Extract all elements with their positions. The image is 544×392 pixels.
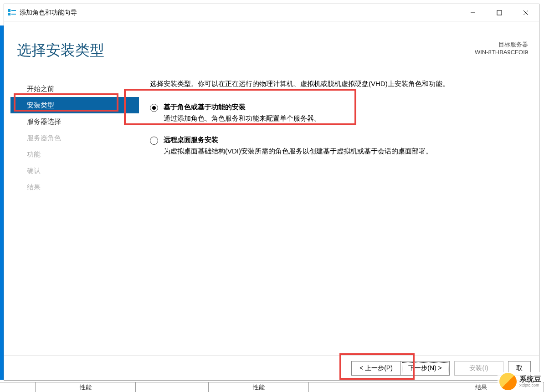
sidebar-item-features: 功能 <box>10 146 139 163</box>
watermark: 系统豆 xtdptc.com <box>498 372 543 391</box>
background-grid-peek: 性能 性能 结果 <box>0 382 544 392</box>
svg-rect-2 <box>11 10 16 11</box>
option-title: 基于角色或基于功能的安装 <box>164 103 321 112</box>
radio-button-icon <box>150 104 158 112</box>
sidebar-item-installation-type[interactable]: 安装类型 <box>10 97 139 113</box>
target-server-info: 目标服务器 WIN-8THBA9CFOI9 <box>475 41 528 56</box>
titlebar: 添加角色和功能向导 <box>4 4 539 21</box>
close-button[interactable] <box>513 4 539 21</box>
wizard-steps-sidebar: 开始之前 安装类型 服务器选择 服务器角色 功能 确认 结果 <box>10 81 139 195</box>
target-value: WIN-8THBA9CFOI9 <box>475 49 528 56</box>
sidebar-item-server-selection[interactable]: 服务器选择 <box>10 113 139 130</box>
sidebar-item-confirmation: 确认 <box>10 163 139 179</box>
window-title: 添加角色和功能向导 <box>20 9 460 17</box>
svg-rect-1 <box>8 13 10 15</box>
sidebar-item-results: 结果 <box>10 179 139 195</box>
page-title: 选择安装类型 <box>17 41 104 61</box>
watermark-text: 系统豆 <box>519 376 541 383</box>
sidebar-item-before-begin[interactable]: 开始之前 <box>10 81 139 97</box>
radio-role-based-install[interactable]: 基于角色或基于功能的安装 通过添加角色、角色服务和功能来配置单个服务器。 <box>150 103 523 123</box>
wizard-window: 添加角色和功能向导 选择安装类型 目标服务器 WIN-8THBA9CFOI9 <box>4 4 539 381</box>
option-title: 远程桌面服务安装 <box>164 136 432 144</box>
instruction-text: 选择安装类型。你可以在正在运行的物理计算机、虚拟机或脱机虚拟硬盘(VHD)上安装… <box>150 79 523 89</box>
svg-rect-0 <box>8 9 10 12</box>
server-manager-icon <box>8 9 16 16</box>
watermark-url: xtdptc.com <box>519 383 541 387</box>
minimize-button[interactable] <box>460 4 486 21</box>
side-blue-strip <box>0 25 4 380</box>
radio-button-icon <box>150 137 158 145</box>
maximize-button[interactable] <box>486 4 513 21</box>
option-description: 通过添加角色、角色服务和功能来配置单个服务器。 <box>164 114 321 123</box>
next-button[interactable]: 下一步(N) > <box>400 361 450 376</box>
option-description: 为虚拟桌面基础结构(VDI)安装所需的角色服务以创建基于虚拟机或基于会话的桌面部… <box>164 147 432 156</box>
wizard-button-bar: < 上一步(P) 下一步(N) > 安装(I) 取 <box>4 356 539 380</box>
sidebar-item-server-roles: 服务器角色 <box>10 130 139 146</box>
target-label: 目标服务器 <box>475 41 528 49</box>
svg-rect-5 <box>497 10 502 15</box>
install-button: 安装(I) <box>454 361 503 376</box>
radio-remote-desktop-install[interactable]: 远程桌面服务安装 为虚拟桌面基础结构(VDI)安装所需的角色服务以创建基于虚拟机… <box>150 136 523 156</box>
svg-rect-3 <box>11 14 16 15</box>
previous-button[interactable]: < 上一步(P) <box>351 361 400 376</box>
watermark-logo-icon <box>499 373 517 390</box>
